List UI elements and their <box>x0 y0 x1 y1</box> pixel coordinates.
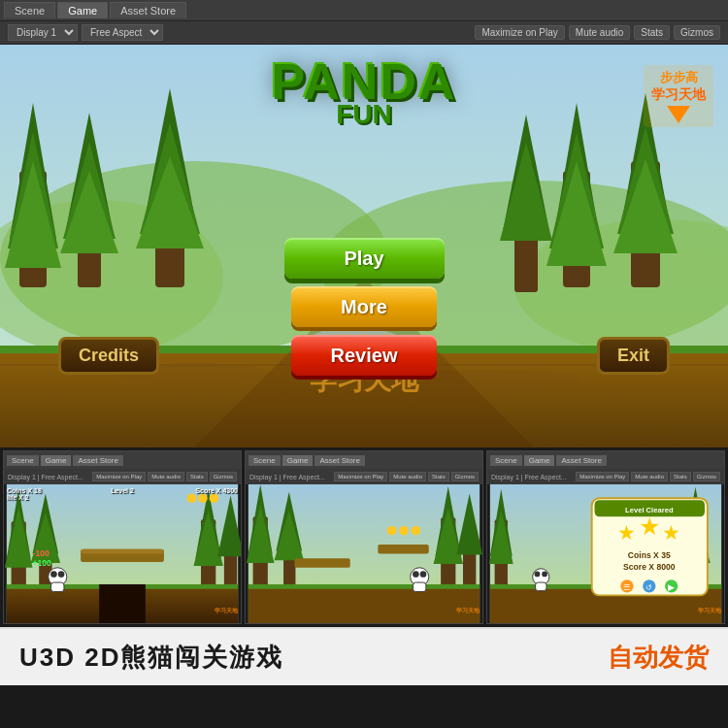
thumbnail-1: Scene Game Asset Store Display 1 | Free … <box>3 450 242 624</box>
aspect-select[interactable]: Free Aspect <box>82 24 163 41</box>
thumbnail-2: Scene Game Asset Store Display 1 | Free … <box>245 450 483 624</box>
svg-rect-56 <box>51 582 64 592</box>
display-select[interactable]: Display 1 <box>8 24 78 41</box>
exit-button[interactable]: Exit <box>597 337 670 375</box>
thumb3-toolbar: Display 1 | Free Aspect... Maximize on P… <box>487 469 724 484</box>
thumb1-stats: Stats <box>186 472 208 481</box>
tab-asset-store[interactable]: Asset Store <box>110 2 186 18</box>
thumb1-level: Level 2 <box>111 487 134 494</box>
svg-rect-72 <box>248 586 480 623</box>
thumb2-scene-tab: Scene <box>248 455 281 466</box>
thumb2-svg <box>246 484 482 623</box>
ad-arrow <box>667 106 690 123</box>
review-button[interactable]: Review <box>291 335 437 376</box>
thumb3-maximize: Maximize on Play <box>576 472 629 481</box>
thumb1-gizmos: Gizmos <box>210 472 237 481</box>
thumb2-mute: Mute audio <box>389 472 426 481</box>
svg-text:Level Cleared: Level Cleared <box>625 506 674 514</box>
thumb3-game: Level Cleared ★ ★ ★ Coins X 35 Score X 8… <box>487 484 724 623</box>
unity-tab-bar: Scene Game Asset Store <box>0 0 728 21</box>
svg-text:↺: ↺ <box>645 583 652 592</box>
thumb3-svg: Level Cleared ★ ★ ★ Coins X 35 Score X 8… <box>487 484 724 623</box>
svg-text:Score X 8000: Score X 8000 <box>623 562 676 572</box>
svg-text:★: ★ <box>662 521 680 544</box>
svg-text:☰: ☰ <box>623 583 630 592</box>
thumb1-svg: -100 +100 <box>4 484 241 623</box>
thumb1-asset-tab: Asset Store <box>73 455 122 466</box>
svg-point-94 <box>542 572 547 578</box>
thumb3-mute: Mute audio <box>631 472 668 481</box>
bottom-auto-delivery: 自动发货 <box>608 641 709 675</box>
svg-point-57 <box>187 494 197 504</box>
thumb1-scene-tab: Scene <box>7 455 39 466</box>
thumb3-game-tab: Game <box>524 455 555 466</box>
thumb2-toolbar: Display 1 | Free Aspect... Maximize on P… <box>246 469 482 484</box>
svg-point-80 <box>413 571 419 578</box>
svg-text:★: ★ <box>617 521 636 544</box>
ad-line2: 学习天地 <box>651 86 706 104</box>
thumb1-hud: Coins X 18 life X 2 <box>7 487 42 501</box>
thumb2-bar: Scene Game Asset Store <box>246 451 482 469</box>
svg-point-77 <box>399 526 409 536</box>
bottom-bar: U3D 2D熊猫闯关游戏 自动发货 <box>0 627 728 685</box>
thumb2-display: Display 1 | Free Aspect... <box>249 474 325 480</box>
tab-game[interactable]: Game <box>57 2 108 18</box>
thumb1-bar: Scene Game Asset Store <box>4 451 241 469</box>
svg-point-54 <box>50 571 57 578</box>
svg-text:Coins X 35: Coins X 35 <box>628 550 671 560</box>
thumb2-gizmos: Gizmos <box>451 472 479 481</box>
thumb1-game-tab: Game <box>41 455 72 466</box>
svg-point-55 <box>58 571 65 578</box>
thumb1-toolbar: Display 1 | Free Aspect... Maximize on P… <box>4 469 241 484</box>
play-button[interactable]: Play <box>284 238 445 279</box>
game-logo: PANDA FUN <box>271 56 456 130</box>
mute-btn[interactable]: Mute audio <box>569 25 630 40</box>
thumb3-scene-tab: Scene <box>490 455 522 466</box>
stats-btn[interactable]: Stats <box>634 25 670 40</box>
thumb3-ad: 学习天地 <box>698 607 721 615</box>
svg-rect-73 <box>248 584 480 589</box>
bottom-title: U3D 2D熊猫闯关游戏 <box>19 641 283 675</box>
menu-overlay: Play More Review <box>277 238 451 376</box>
ad-logo: 步步高 学习天地 <box>644 65 713 127</box>
thumb1-ad: 学习天地 <box>215 607 238 615</box>
main-game-view: 🐼 🐼 PANDA FUN Play More Review Credits E… <box>0 45 728 447</box>
thumb2-game-tab: Game <box>282 455 314 466</box>
svg-point-78 <box>412 526 421 536</box>
maximize-btn[interactable]: Maximize on Play <box>475 25 564 40</box>
thumb1-score: Score X 4300 <box>195 487 238 494</box>
thumb3-gizmos: Gizmos <box>693 472 720 481</box>
tab-scene[interactable]: Scene <box>4 2 55 18</box>
thumb3-bar: Scene Game Asset Store <box>487 451 724 469</box>
svg-rect-74 <box>295 558 350 568</box>
svg-text:★: ★ <box>639 513 660 540</box>
svg-rect-49 <box>81 549 164 554</box>
svg-text:-100: -100 <box>33 548 50 558</box>
thumb2-maximize: Maximize on Play <box>334 472 387 481</box>
svg-point-58 <box>198 494 208 504</box>
thumb1-game: -100 +100 Coins X 18 life X 2 Level 2 Sc… <box>4 484 241 623</box>
svg-point-59 <box>210 494 219 504</box>
thumb3-stats: Stats <box>670 472 691 481</box>
thumb2-asset-tab: Asset Store <box>314 455 364 466</box>
thumb1-display: Display 1 | Free Aspect... <box>8 474 83 480</box>
thumb1-coins: Coins X 18 <box>7 487 42 494</box>
thumbnails-row: Scene Game Asset Store Display 1 | Free … <box>0 447 728 627</box>
ad-line1: 步步高 <box>651 69 706 86</box>
thumb3-asset-tab: Asset Store <box>556 455 606 466</box>
thumb1-mute: Mute audio <box>148 472 184 481</box>
svg-point-76 <box>387 526 397 536</box>
svg-rect-95 <box>536 582 546 591</box>
thumbnail-3: Scene Game Asset Store Display 1 | Free … <box>486 450 725 624</box>
svg-point-81 <box>420 571 427 578</box>
svg-rect-82 <box>414 582 426 592</box>
more-button[interactable]: More <box>291 286 437 327</box>
svg-rect-50 <box>99 584 146 623</box>
svg-rect-75 <box>378 545 428 554</box>
credits-button[interactable]: Credits <box>58 337 159 375</box>
svg-text:+100: +100 <box>33 558 52 568</box>
svg-point-93 <box>535 572 541 578</box>
gizmos-btn[interactable]: Gizmos <box>674 25 720 40</box>
thumb2-stats: Stats <box>428 472 449 481</box>
thumb1-maximize: Maximize on Play <box>92 472 146 481</box>
